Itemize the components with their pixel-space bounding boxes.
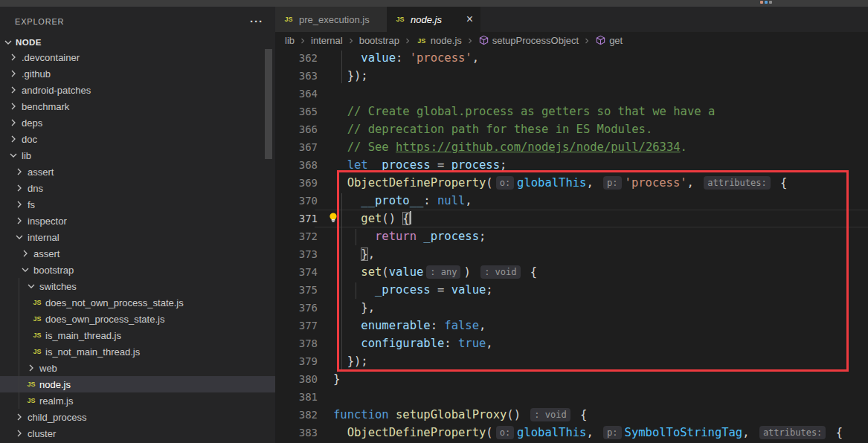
code-line-367[interactable]: 367 // See https://github.com/nodejs/nod… bbox=[275, 138, 868, 156]
gutter-spacer bbox=[318, 281, 333, 299]
tree-item-android-patches[interactable]: android-patches bbox=[0, 82, 275, 98]
editor[interactable]: 362 value: 'process',363 });364365 // Cr… bbox=[275, 49, 868, 443]
tab-pre-execution-js[interactable]: JS pre_execution.js bbox=[275, 7, 387, 32]
code-line-370[interactable]: 370 __proto__: null, bbox=[275, 192, 868, 210]
title-bar bbox=[0, 0, 868, 7]
code-line-365[interactable]: 365 // Create global.process as getters … bbox=[275, 103, 868, 120]
token: , bbox=[486, 337, 492, 350]
line-number[interactable]: 370 bbox=[275, 192, 318, 210]
line-number[interactable]: 373 bbox=[275, 245, 318, 263]
code-line-364[interactable]: 364 bbox=[275, 85, 868, 103]
tree-item-is-main-thread-js[interactable]: JSis_main_thread.js bbox=[0, 327, 275, 343]
tree-item-assert[interactable]: assert bbox=[0, 245, 275, 262]
line-number[interactable]: 379 bbox=[275, 352, 318, 370]
code-line-373[interactable]: 373 }, bbox=[275, 245, 868, 263]
breadcrumb-item-internal[interactable]: internal bbox=[311, 35, 343, 46]
token: globalThis bbox=[517, 176, 586, 190]
line-number[interactable]: 375 bbox=[275, 281, 318, 299]
tree-item-internal[interactable]: internal bbox=[0, 229, 275, 245]
line-number[interactable]: 362 bbox=[275, 49, 318, 67]
file-tree: .devcontainer.githubandroid-patchesbench… bbox=[0, 49, 275, 442]
tree-item-web[interactable]: web bbox=[0, 360, 275, 376]
breadcrumb-item-setupprocessobject[interactable]: setupProcessObject bbox=[478, 35, 579, 46]
tree-item-doc[interactable]: doc bbox=[0, 131, 275, 147]
code-line-379[interactable]: 379 }); bbox=[275, 352, 868, 370]
tree-item-deps[interactable]: deps bbox=[0, 114, 275, 131]
code-line-381[interactable]: 381 bbox=[275, 388, 868, 406]
line-number[interactable]: 377 bbox=[275, 317, 318, 334]
tree-item-switches[interactable]: switches bbox=[0, 278, 275, 294]
code-line-366[interactable]: 366 // deprecation path for these in ES … bbox=[275, 120, 868, 138]
line-number[interactable]: 367 bbox=[275, 138, 318, 156]
line-number[interactable]: 364 bbox=[275, 85, 318, 103]
line-number[interactable]: 383 bbox=[275, 424, 318, 442]
line-number[interactable]: 369 bbox=[275, 174, 318, 192]
code-line-374[interactable]: 374 set(value: any) : void { bbox=[275, 263, 868, 281]
code-line-378[interactable]: 378 configurable: true, bbox=[275, 334, 868, 352]
close-icon[interactable]: × bbox=[466, 13, 473, 25]
line-number[interactable]: 368 bbox=[275, 156, 318, 174]
line-number[interactable]: 376 bbox=[275, 299, 318, 317]
line-number[interactable]: 382 bbox=[275, 406, 318, 424]
line-number[interactable]: 378 bbox=[275, 334, 318, 352]
tree-item--devcontainer[interactable]: .devcontainer bbox=[0, 49, 275, 65]
line-number[interactable]: 380 bbox=[275, 370, 318, 388]
tree-item-assert[interactable]: assert bbox=[0, 164, 275, 180]
line-number[interactable]: 366 bbox=[275, 120, 318, 138]
code-line-363[interactable]: 363 }); bbox=[275, 67, 868, 85]
inlay-hint: : any bbox=[426, 265, 460, 279]
line-number[interactable]: 372 bbox=[275, 227, 318, 245]
code-line-372[interactable]: 372 return _process; bbox=[275, 227, 868, 245]
tree-item-does-not-own-process-state-js[interactable]: JSdoes_not_own_process_state.js bbox=[0, 294, 275, 311]
token: null bbox=[437, 194, 465, 207]
tree-item-realm-js[interactable]: JSrealm.js bbox=[0, 392, 275, 409]
chevron-right-icon bbox=[13, 182, 25, 194]
token: }); bbox=[333, 355, 368, 368]
breadcrumb-item-get[interactable]: get bbox=[595, 35, 623, 46]
tree-item-is-not-main-thread-js[interactable]: JSis_not_main_thread.js bbox=[0, 343, 275, 360]
code-line-383[interactable]: 383 ObjectDefineProperty(o:globalThis, p… bbox=[275, 424, 868, 442]
code-line-369[interactable]: 369 ObjectDefineProperty(o:globalThis, p… bbox=[275, 174, 868, 192]
code-line-368[interactable]: 368 let _process = process; bbox=[275, 156, 868, 174]
line-number[interactable]: 365 bbox=[275, 103, 318, 120]
code-line-362[interactable]: 362 value: 'process', bbox=[275, 49, 868, 67]
tree-item--github[interactable]: .github bbox=[0, 65, 275, 82]
tree-item-child-process[interactable]: child_process bbox=[0, 409, 275, 425]
lightbulb-icon[interactable] bbox=[328, 212, 338, 223]
line-number[interactable]: 374 bbox=[275, 263, 318, 281]
tree-item-inspector[interactable]: inspector bbox=[0, 213, 275, 229]
tree-item-cluster[interactable]: cluster bbox=[0, 425, 275, 442]
code-line-380[interactable]: 380} bbox=[275, 370, 868, 388]
symbol-method-icon bbox=[478, 35, 489, 46]
tree-item-lib[interactable]: lib bbox=[0, 147, 275, 164]
tab-node-js[interactable]: JS node.js × bbox=[387, 7, 480, 32]
line-number[interactable]: 371 bbox=[275, 210, 318, 227]
code-line-375[interactable]: 375 _process = value; bbox=[275, 281, 868, 299]
tree-item-benchmark[interactable]: benchmark bbox=[0, 98, 275, 114]
chevron-right-icon bbox=[13, 166, 25, 178]
tree-item-does-own-process-state-js[interactable]: JSdoes_own_process_state.js bbox=[0, 311, 275, 327]
sidebar-scrollbar[interactable] bbox=[265, 49, 272, 159]
breadcrumb-item-node-js[interactable]: JS node.js bbox=[416, 35, 462, 47]
section-header-node[interactable]: NODE bbox=[0, 34, 275, 51]
token: // See bbox=[347, 140, 396, 154]
token: ; bbox=[486, 283, 492, 297]
line-number[interactable]: 381 bbox=[275, 388, 318, 406]
breadcrumb-item-lib[interactable]: lib bbox=[285, 35, 295, 46]
code-line-376[interactable]: 376 }, bbox=[275, 299, 868, 317]
line-number[interactable]: 363 bbox=[275, 67, 318, 85]
more-actions-button[interactable]: ··· bbox=[250, 18, 263, 25]
code-text: // Create global.process as getters so t… bbox=[333, 103, 715, 120]
code-line-377[interactable]: 377 enumerable: false, bbox=[275, 317, 868, 334]
code-line-371[interactable]: 371 get() { bbox=[275, 210, 868, 227]
chevron-down-icon bbox=[13, 231, 25, 243]
tree-item-fs[interactable]: fs bbox=[0, 196, 275, 213]
chevron-down-icon bbox=[7, 149, 19, 161]
tree-item-node-js[interactable]: JSnode.js bbox=[0, 376, 275, 392]
breadcrumb-item-bootstrap[interactable]: bootstrap bbox=[359, 35, 399, 46]
section-label: NODE bbox=[16, 38, 42, 47]
tree-item-dns[interactable]: dns bbox=[0, 180, 275, 196]
code-line-382[interactable]: 382function setupGlobalProxy() : void { bbox=[275, 406, 868, 424]
tree-item-bootstrap[interactable]: bootstrap bbox=[0, 262, 275, 278]
chevron-right-icon bbox=[25, 362, 37, 374]
